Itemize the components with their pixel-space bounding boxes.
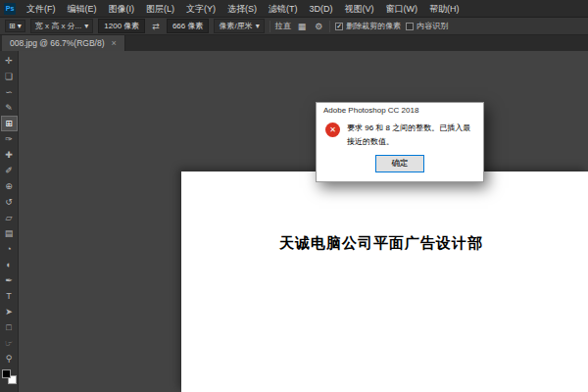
zoom-tool[interactable]: ⚲ [1,351,18,367]
hand-tool[interactable]: ☞ [1,335,18,351]
chevron-down-icon: ▾ [84,22,88,30]
error-icon: ✕ [325,122,340,137]
history-brush-tool-icon: ↺ [5,198,13,207]
eraser-tool-icon: ▱ [6,214,13,222]
crop-settings-gear-icon[interactable]: ⚙ [313,22,324,31]
aspect-ratio-dropdown[interactable]: 宽 x 高 x 分... ▾ [30,19,94,33]
lasso-tool[interactable]: ∽ [1,84,18,100]
aspect-ratio-value: 宽 x 高 x 分... [35,21,82,31]
menu-edit[interactable]: 编辑(E) [62,0,103,18]
crop-height-input[interactable]: 666 像素 [167,19,210,33]
lasso-tool-icon: ∽ [5,88,13,97]
delete-cropped-pixels-checkbox[interactable]: ✓ [335,23,343,30]
foreground-color-swatch[interactable] [2,369,11,378]
menu-file[interactable]: 文件(F) [21,0,62,18]
marquee-tool-icon: ❏ [5,73,13,81]
pen-tool-icon: ✒ [5,276,13,285]
chevron-down-icon: ▾ [18,22,22,30]
content-aware-label: 内容识别 [416,21,448,31]
crop-tool-icon: ⊞ [5,120,13,128]
alert-dialog: Adobe Photoshop CC 2018 ✕ 要求 96 和 8 之间的整… [316,102,484,182]
type-tool[interactable]: T [1,288,18,304]
clone-stamp-tool-icon: ⊕ [5,182,13,191]
eyedropper-tool[interactable]: ✑ [1,131,18,147]
dodge-tool-icon: ◐ [6,261,11,270]
crop-tool[interactable]: ⊞ [1,116,18,131]
canvas-area[interactable]: 天诚电脑公司平面广告设计部 [19,51,588,392]
dialog-title-bar[interactable]: Adobe Photoshop CC 2018 [317,103,483,119]
menu-layer[interactable]: 图层(L) [140,0,180,18]
gradient-tool[interactable]: ▤ [1,225,18,241]
brush-tool[interactable]: ✐ [1,163,18,178]
check-icon: ✓ [336,23,342,30]
photoshop-logo: Ps [4,3,16,15]
menu-image[interactable]: 图像(I) [103,0,141,18]
clone-stamp-tool[interactable]: ⊕ [1,178,18,194]
document-tab-bar: 008.jpg @ 66.7%(RGB/8) × [0,35,588,51]
photoshop-window: Ps 文件(F) 编辑(E) 图像(I) 图层(L) 文字(Y) 选择(S) 滤… [0,0,588,392]
x-mark-icon: ✕ [329,125,336,134]
document-tab[interactable]: 008.jpg @ 66.7%(RGB/8) × [2,35,125,51]
menu-type[interactable]: 文字(Y) [180,0,221,18]
overlay-options-icon[interactable]: ▦ [296,22,309,31]
blur-tool[interactable]: ◔ [1,241,18,257]
menu-help[interactable]: 帮助(H) [423,0,466,18]
menu-3d[interactable]: 3D(D) [304,0,339,18]
rectangle-tool-icon: □ [6,323,11,332]
brush-tool-icon: ✐ [5,167,13,175]
rectangle-tool[interactable]: □ [1,319,18,335]
document-canvas[interactable]: 天诚电脑公司平面广告设计部 [181,172,588,392]
divider [270,21,270,32]
quick-selection-tool-icon: ✎ [5,104,13,113]
document-tab-title: 008.jpg @ 66.7%(RGB/8) [10,38,105,48]
chevron-down-icon: ▾ [256,22,260,30]
history-brush-tool[interactable]: ↺ [1,194,18,210]
dodge-tool[interactable]: ◐ [1,257,18,272]
menu-view[interactable]: 视图(V) [339,0,380,18]
crop-preset-icon: ⊞ [9,22,16,30]
resolution-unit-dropdown[interactable]: 像素/厘米 ▾ [214,19,264,33]
path-selection-tool-icon: ➤ [5,308,13,317]
eyedropper-tool-icon: ✑ [5,135,13,144]
blur-tool-icon: ◔ [6,245,11,254]
gradient-tool-icon: ▤ [5,229,14,238]
tool-options-bar: ⊞ ▾ 宽 x 高 x 分... ▾ 1200 像素 ⇄ 666 像素 像素/厘… [0,18,588,35]
pen-tool[interactable]: ✒ [1,272,18,288]
rectangular-marquee-tool[interactable]: ❏ [1,69,18,84]
straighten-button[interactable]: 拉直 [275,21,291,31]
quick-selection-tool[interactable]: ✎ [1,100,18,116]
eraser-tool[interactable]: ▱ [1,210,18,225]
move-tool-icon: ✛ [5,57,13,66]
healing-brush-tool-icon: ✚ [5,151,13,160]
resolution-unit-value: 像素/厘米 [219,21,252,31]
document-text: 天诚电脑公司平面广告设计部 [279,234,483,253]
hand-tool-icon: ☞ [5,339,13,348]
menu-bar: Ps 文件(F) 编辑(E) 图像(I) 图层(L) 文字(Y) 选择(S) 滤… [0,0,588,18]
ok-button[interactable]: 确定 [375,155,424,172]
delete-cropped-pixels-label: 删除裁剪的像素 [346,21,401,31]
tools-panel: ✛ ❏ ∽ ✎ ⊞ ✑ ✚ ✐ ⊕ ↺ ▱ ▤ ◔ ◐ ✒ T ➤ □ ☞ ⚲ [0,51,19,392]
close-tab-icon[interactable]: × [112,39,117,48]
content-aware-checkbox[interactable] [406,23,414,30]
divider [329,21,330,32]
crop-width-input[interactable]: 1200 像素 [98,19,145,33]
zoom-tool-icon: ⚲ [6,355,13,364]
tool-preset-picker[interactable]: ⊞ ▾ [5,20,25,32]
menu-filter[interactable]: 滤镜(T) [263,0,304,18]
swap-dimensions-icon[interactable]: ⇄ [150,22,162,31]
spot-healing-brush-tool[interactable]: ✚ [1,147,18,163]
path-selection-tool[interactable]: ➤ [1,304,18,319]
type-tool-icon: T [6,292,12,301]
menu-window[interactable]: 窗口(W) [380,0,424,18]
dialog-message: 要求 96 和 8 之间的整数。已插入最接近的数值。 [347,122,474,148]
move-tool[interactable]: ✛ [1,53,18,69]
foreground-background-colors[interactable] [2,369,17,384]
menu-select[interactable]: 选择(S) [221,0,263,18]
